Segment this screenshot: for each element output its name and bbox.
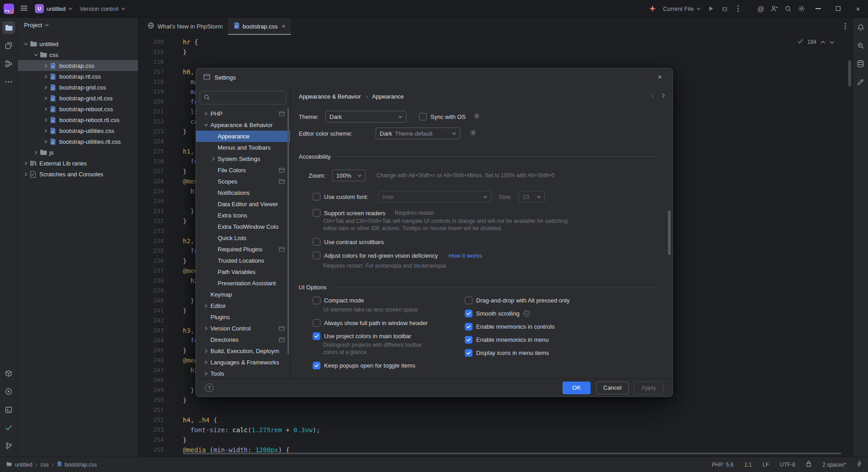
status-breadcrumb-project[interactable]: untitled xyxy=(15,462,33,468)
project-tree-item-bootstrap-utilities-css[interactable]: bootstrap-utilities.css xyxy=(18,125,138,136)
cancel-button[interactable]: Cancel xyxy=(596,382,629,394)
checks-icon[interactable] xyxy=(2,421,15,434)
tab-options-icon[interactable] xyxy=(838,18,853,35)
zoom-dropdown[interactable]: 100% xyxy=(332,170,366,181)
settings-tree-item-appearance[interactable]: Appearance xyxy=(196,131,290,142)
close-window-button[interactable]: × xyxy=(848,0,868,18)
project-tree-item-js[interactable]: js xyxy=(18,147,138,158)
checkbox-use-custom-font[interactable]: Use custom font: xyxy=(313,193,368,201)
project-tree-item-external-lib-raries[interactable]: External Lib raries xyxy=(18,158,138,169)
project-tree-item-css[interactable]: css xyxy=(18,49,138,60)
settings-tree-item-build-execution-deploym[interactable]: Build, Execution, Deploym xyxy=(196,345,290,357)
settings-tree-item-scopes[interactable]: Scopes xyxy=(196,176,290,187)
checkbox-always-show-full-path-in-window-header[interactable]: Always show full path in window header xyxy=(313,318,428,328)
project-tree-item-bootstrap-rtl-css[interactable]: bootstrap.rtl.css xyxy=(18,71,138,82)
lightning-icon[interactable] xyxy=(857,461,862,468)
git-tool-icon[interactable] xyxy=(2,439,15,452)
code-line[interactable]: 254} xyxy=(138,435,853,445)
dependencies-tool-icon[interactable] xyxy=(2,367,15,380)
settings-tree-item-editor[interactable]: Editor xyxy=(196,300,290,312)
settings-tree-item-extra-toolwindow-colo[interactable]: Extra ToolWindow Colo xyxy=(196,221,290,232)
help-icon[interactable]: ? xyxy=(205,383,214,392)
color-scheme-dropdown[interactable]: Dark Theme default xyxy=(376,127,460,139)
project-tree-item-untitled[interactable]: untitled xyxy=(18,38,138,49)
ok-button[interactable]: OK xyxy=(563,382,591,394)
settings-tree-item-directories[interactable]: Directories xyxy=(196,334,290,345)
code-line[interactable]: 253 font-size: calc(1.275rem + 0.3vw); xyxy=(138,425,853,435)
minimize-button[interactable] xyxy=(808,0,828,18)
encoding-widget[interactable]: UTF-8 xyxy=(780,462,795,468)
more-tool-windows-icon[interactable] xyxy=(2,76,15,88)
commit-tool-icon[interactable] xyxy=(2,39,15,52)
chevron-down-icon[interactable] xyxy=(45,22,49,28)
settings-dialog-header[interactable]: Settings × xyxy=(196,68,672,86)
caret-position-widget[interactable]: 1:1 xyxy=(744,462,752,468)
inspections-widget[interactable]: 184 xyxy=(797,39,835,45)
settings-tree-item-plugins[interactable]: Plugins xyxy=(196,312,290,323)
settings-search-input[interactable] xyxy=(213,94,282,101)
php-level-widget[interactable]: PHP: 5.6 xyxy=(712,462,734,468)
code-line[interactable]: 215} xyxy=(138,47,853,57)
status-breadcrumb-file[interactable]: bootstrap.css xyxy=(65,462,97,468)
search-everywhere-icon[interactable] xyxy=(781,2,795,15)
settings-tree-item-extra-icons[interactable]: Extra Icons xyxy=(196,210,290,221)
project-tree-item-bootstrap-utilities-rtl-css[interactable]: bootstrap-utilities.rtl.css xyxy=(18,136,138,147)
next-problem-icon[interactable] xyxy=(830,39,835,45)
structure-tool-icon[interactable] xyxy=(2,57,15,70)
settings-tree-item-keymap[interactable]: Keymap xyxy=(196,289,290,300)
status-breadcrumb-folder[interactable]: css xyxy=(41,462,49,468)
checkbox-smooth-scrolling[interactable]: Smooth scrolling? xyxy=(465,308,530,318)
settings-tree-item-appearance-behavior[interactable]: Appearance & Behavior xyxy=(196,119,290,131)
run-configuration-widget[interactable]: Current File xyxy=(659,2,704,15)
settings-content-scrollbar[interactable] xyxy=(668,211,671,255)
settings-tree-item-path-variables[interactable]: Path Variables xyxy=(196,266,290,278)
back-icon[interactable] xyxy=(651,93,654,100)
settings-tree-item-notifications[interactable]: Notifications xyxy=(196,187,290,198)
project-tree-item-bootstrap-css[interactable]: bootstrap.css xyxy=(18,60,138,71)
settings-gear-icon[interactable] xyxy=(795,2,808,15)
run-icon[interactable] xyxy=(704,2,718,15)
settings-tree-item-tools[interactable]: Tools xyxy=(196,368,290,379)
how-it-works-link[interactable]: How it works xyxy=(448,252,482,259)
code-line[interactable]: 216 xyxy=(138,57,853,67)
project-tree-item-scratches-and-consoles[interactable]: Scratches and Consoles xyxy=(18,169,138,179)
project-tree-item-bootstrap-reboot-css[interactable]: bootstrap-reboot.css xyxy=(18,104,138,114)
settings-tree-item-languages-frameworks[interactable]: Languages & Frameworks xyxy=(196,357,290,368)
settings-tree-item-system-settings[interactable]: System Settings xyxy=(196,153,290,165)
checkbox-enable-mnemonics-in-menu[interactable]: Enable mnemonics in menu xyxy=(465,335,548,345)
checkbox-use-project-colors-in-main-toolbar[interactable]: Use project colors in main toolbar xyxy=(313,331,411,341)
notifications-bell-icon[interactable] xyxy=(854,21,867,34)
checkbox-display-icons-in-menu-items[interactable]: Display icons in menu items xyxy=(465,348,549,358)
vcs-widget[interactable]: Version control xyxy=(76,2,129,15)
project-tool-icon[interactable] xyxy=(2,21,15,34)
main-menu-button[interactable] xyxy=(17,2,31,15)
font-family-dropdown[interactable]: Inter xyxy=(378,191,491,203)
forward-icon[interactable] xyxy=(662,93,665,100)
settings-tree-item-version-control[interactable]: Version Control xyxy=(196,323,290,334)
checkbox-enable-mnemonics-in-controls[interactable]: Enable mnemonics in controls xyxy=(465,321,554,331)
settings-tree-item-required-plugins[interactable]: Required Plugins xyxy=(196,244,290,255)
checkbox-drag-and-drop-with-alt-pressed-only[interactable]: Drag-and-drop with Alt pressed only xyxy=(465,295,570,305)
checkbox-sync-with-os[interactable]: Sync with OS xyxy=(419,113,466,121)
database-tool-icon[interactable] xyxy=(854,57,867,70)
font-size-dropdown[interactable]: 13 xyxy=(519,191,545,203)
project-tree-item-bootstrap-reboot-rtl-css[interactable]: bootstrap-reboot.rtl.css xyxy=(18,114,138,125)
find-tool-icon[interactable] xyxy=(854,39,867,52)
help-icon[interactable]: ? xyxy=(523,310,530,317)
theme-dropdown[interactable]: Dark xyxy=(325,111,406,123)
project-widget[interactable]: U untitled xyxy=(31,2,76,15)
code-line[interactable]: 251 xyxy=(138,405,853,415)
debug-icon[interactable] xyxy=(718,2,731,15)
close-tab-icon[interactable]: × xyxy=(281,23,285,30)
settings-tree-item-quick-lists[interactable]: Quick Lists xyxy=(196,232,290,244)
project-tree-item-bootstrap-grid-css[interactable]: bootstrap-grid.css xyxy=(18,82,138,93)
settings-tree-scrollbar[interactable] xyxy=(287,108,289,354)
terminal-tool-icon[interactable] xyxy=(2,403,15,416)
checkbox-adjust-colors-vision[interactable]: Adjust colors for red-green vision defic… xyxy=(313,252,482,260)
checkbox-support-screen-readers[interactable]: Support screen readers xyxy=(313,209,386,217)
code-line[interactable]: 252h4, .h4 { xyxy=(138,415,853,425)
tab-bootstrap-css[interactable]: bootstrap.css × xyxy=(228,18,291,35)
line-ending-widget[interactable]: LF xyxy=(763,462,769,468)
settings-tree-item-file-colors[interactable]: File Colors xyxy=(196,165,290,176)
dialog-close-icon[interactable]: × xyxy=(654,73,665,82)
